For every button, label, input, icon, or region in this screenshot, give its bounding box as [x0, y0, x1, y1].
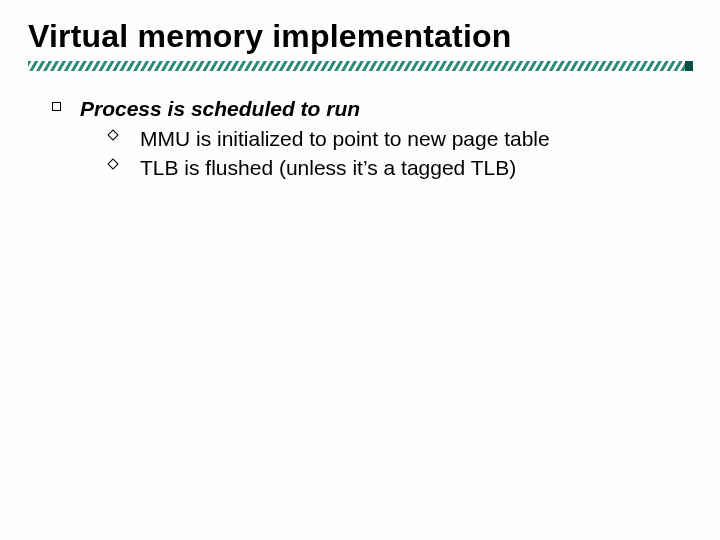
square-bullet-icon: [52, 95, 80, 111]
list-item: TLB is flushed (unless it’s a tagged TLB…: [52, 154, 692, 182]
svg-rect-2: [28, 61, 688, 71]
slide: Virtual memory implementation Process is…: [0, 0, 720, 540]
slide-title: Virtual memory implementation: [28, 18, 692, 55]
diamond-bullet-icon: [108, 154, 140, 168]
list-item-label: Process is scheduled to run: [80, 95, 360, 123]
content-area: Process is scheduled to run MMU is initi…: [28, 95, 692, 182]
title-divider: [28, 61, 693, 71]
diamond-bullet-icon: [108, 125, 140, 139]
list-item: MMU is initialized to point to new page …: [52, 125, 692, 153]
list-item-label: TLB is flushed (unless it’s a tagged TLB…: [140, 154, 516, 182]
list-item-label: MMU is initialized to point to new page …: [140, 125, 550, 153]
svg-rect-3: [685, 61, 693, 71]
list-item: Process is scheduled to run: [52, 95, 692, 123]
